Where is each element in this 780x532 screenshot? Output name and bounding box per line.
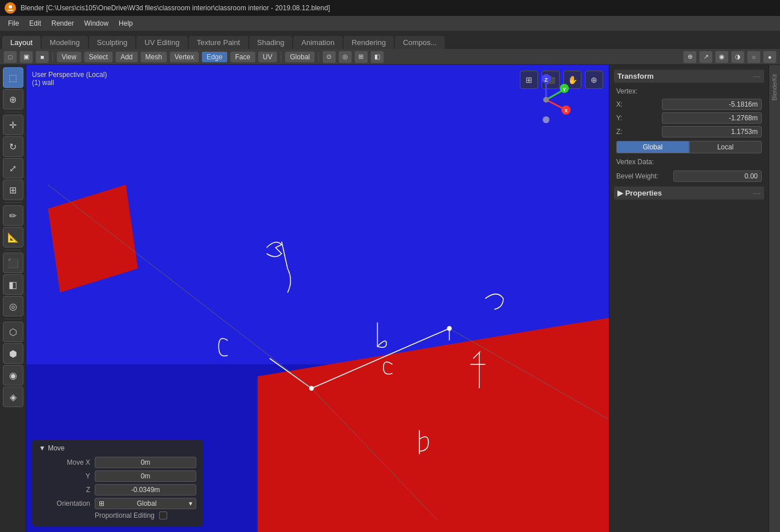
- mode-solid-icon[interactable]: □: [3, 51, 17, 63]
- toolbar-vertex[interactable]: Vertex: [169, 51, 199, 63]
- snap-icon[interactable]: ⊙: [322, 51, 336, 63]
- toolbar-global[interactable]: Global: [285, 51, 315, 63]
- tool-select-box[interactable]: ⬚: [3, 67, 23, 88]
- tab-modeling[interactable]: Modeling: [42, 36, 88, 49]
- tool-shrink-fatten[interactable]: ⬡: [3, 322, 23, 342]
- tool-sep4: [5, 319, 22, 319]
- toolbar-view[interactable]: View: [56, 51, 82, 63]
- move-y-label: Y: [39, 472, 90, 480]
- z-label: Z:: [616, 128, 662, 136]
- bevel-label: Bevel Weight:: [616, 172, 673, 180]
- bevel-field[interactable]: 0.00: [673, 170, 762, 182]
- svg-point-1: [9, 5, 12, 9]
- tool-smooth[interactable]: ◈: [3, 387, 23, 407]
- blenderkit-tab[interactable]: BlenderKit: [770, 71, 779, 104]
- tool-cursor[interactable]: ⊕: [3, 89, 23, 109]
- global-toggle[interactable]: Global: [616, 141, 689, 153]
- options-icon1[interactable]: ⊞: [354, 51, 368, 63]
- viewport-shading4[interactable]: ●: [763, 51, 777, 63]
- properties-section: ▶ Properties ····: [614, 186, 764, 200]
- tab-compositing[interactable]: Compos...: [395, 36, 444, 49]
- menu-render[interactable]: Render: [47, 18, 78, 29]
- proportional-label: Proportional Editing: [95, 511, 155, 519]
- global-local-toggle: Global Local: [616, 141, 762, 153]
- viewport-shading2[interactable]: ◑: [731, 51, 745, 63]
- svg-point-26: [543, 116, 549, 123]
- left-toolbox: ⬚ ⊕ ✛ ↻ ⤢ ⊞ ✏ 📐 ⬛ ◧ ◎ ⬡ ⬢ ◉ ◈: [0, 65, 26, 532]
- transform-header[interactable]: Transform ····: [614, 70, 764, 83]
- tab-texture-paint[interactable]: Texture Paint: [189, 36, 248, 49]
- tool-add-cube[interactable]: ⬛: [3, 253, 23, 273]
- toolbar-uv[interactable]: UV: [258, 51, 278, 63]
- mode-wire-icon[interactable]: ▣: [19, 51, 33, 63]
- y-field[interactable]: -1.2768m: [662, 112, 762, 124]
- tool-scale[interactable]: ⤢: [3, 158, 23, 178]
- overlay-icon[interactable]: ⊕: [683, 51, 697, 63]
- z-field[interactable]: 1.1753m: [662, 126, 762, 137]
- sep2: [281, 52, 281, 62]
- move-z-row: Z -0.0349m: [39, 484, 196, 496]
- viewport-shading1[interactable]: ◉: [715, 51, 729, 63]
- options-icon2[interactable]: ◧: [370, 51, 384, 63]
- transform-title: Transform: [617, 72, 654, 80]
- move-panel-title: ▼ Move: [39, 444, 196, 452]
- tool-rotate[interactable]: ↻: [3, 136, 23, 157]
- far-right-panel: BlenderKit: [769, 65, 780, 532]
- title-text: Blender [C:\Users\cis105\OneDrive\W3d fi…: [21, 4, 330, 12]
- svg-point-14: [447, 326, 451, 331]
- mode-rendered-icon[interactable]: ■: [35, 51, 49, 63]
- sep3: [318, 52, 319, 62]
- move-x-field[interactable]: 0m: [95, 457, 196, 468]
- transform-dots: ····: [753, 72, 761, 80]
- x-row: X: -5.1816m: [614, 99, 764, 110]
- tool-sep3: [5, 250, 22, 250]
- viewport-shading3[interactable]: ○: [747, 51, 761, 63]
- tab-shading[interactable]: Shading: [249, 36, 293, 49]
- toolbar-edge[interactable]: Edge: [201, 51, 228, 63]
- tabbar: Layout Modeling Sculpting UV Editing Tex…: [0, 31, 780, 49]
- svg-point-25: [543, 97, 549, 103]
- viewport-zoom-btn[interactable]: ⊕: [585, 71, 603, 89]
- move-y-field[interactable]: 0m: [95, 470, 196, 482]
- toolbar-mesh[interactable]: Mesh: [140, 51, 167, 63]
- x-field[interactable]: -5.1816m: [662, 99, 762, 110]
- move-z-field[interactable]: -0.0349m: [95, 484, 196, 496]
- gizmo-icon[interactable]: ↗: [699, 51, 713, 63]
- tool-measure[interactable]: 📐: [3, 227, 23, 247]
- orientation-dropdown[interactable]: ⊞ Global ▾: [95, 498, 196, 509]
- local-toggle[interactable]: Local: [689, 141, 762, 153]
- toolbar-select[interactable]: Select: [84, 51, 113, 63]
- toolbar-face[interactable]: Face: [230, 51, 256, 63]
- tab-rendering[interactable]: Rendering: [343, 36, 394, 49]
- right-panel-inner: Transform ···· Vertex: X: -5.1816m Y: -1…: [609, 65, 769, 532]
- menu-help[interactable]: Help: [114, 18, 138, 29]
- menu-edit[interactable]: Edit: [25, 18, 46, 29]
- tool-transform[interactable]: ⊞: [3, 180, 23, 200]
- tool-sphere[interactable]: ◉: [3, 365, 23, 385]
- menu-window[interactable]: Window: [79, 18, 113, 29]
- tab-animation[interactable]: Animation: [293, 36, 342, 49]
- tool-add-object[interactable]: ◧: [3, 274, 23, 295]
- proportional-checkbox[interactable]: [159, 511, 167, 519]
- menu-file[interactable]: File: [3, 18, 23, 29]
- y-label: Y:: [616, 114, 662, 122]
- move-x-label: Move X: [39, 458, 90, 466]
- proportional-icon[interactable]: ◎: [338, 51, 352, 63]
- tab-layout[interactable]: Layout: [2, 36, 41, 49]
- tool-move[interactable]: ✛: [3, 115, 23, 135]
- tool-sep1: [5, 112, 22, 112]
- svg-text:Z: Z: [544, 77, 548, 83]
- viewport[interactable]: User Perspective (Local) (1) wall ⊞ 🎥 ✋ …: [26, 65, 609, 532]
- tab-uv-editing[interactable]: UV Editing: [136, 36, 187, 49]
- tool-annotate[interactable]: ✏: [3, 205, 23, 226]
- properties-header[interactable]: ▶ Properties ····: [614, 186, 764, 200]
- bevel-row: Bevel Weight: 0.00: [614, 170, 764, 182]
- x-label: X:: [616, 100, 662, 108]
- tool-origin[interactable]: ◎: [3, 296, 23, 316]
- move-y-row: Y 0m: [39, 470, 196, 482]
- gizmo[interactable]: Z X Y: [520, 74, 572, 125]
- proportional-row: Proportional Editing: [95, 511, 196, 519]
- tool-push-pull[interactable]: ⬢: [3, 343, 23, 364]
- tab-sculpting[interactable]: Sculpting: [89, 36, 135, 49]
- toolbar-add[interactable]: Add: [115, 51, 138, 63]
